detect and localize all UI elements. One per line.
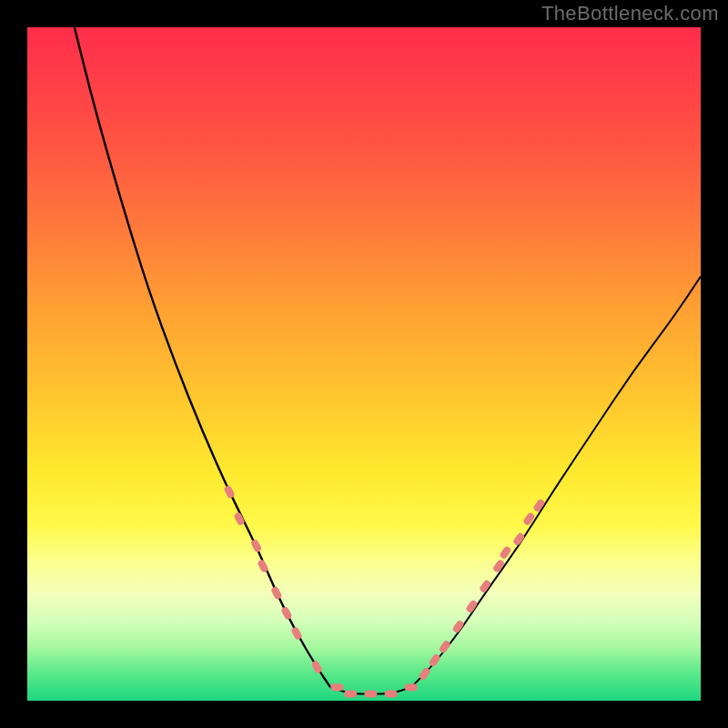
curve-layer xyxy=(27,27,701,701)
data-marker xyxy=(270,586,283,601)
marker-group xyxy=(223,485,546,698)
data-marker xyxy=(439,640,452,654)
data-marker xyxy=(364,691,377,698)
data-marker xyxy=(330,683,343,691)
plot-area xyxy=(27,27,701,701)
curve-left xyxy=(75,27,330,687)
data-marker xyxy=(250,539,263,553)
data-marker xyxy=(280,606,293,621)
data-marker xyxy=(428,653,441,668)
data-marker xyxy=(492,559,506,573)
data-marker xyxy=(385,691,398,698)
watermark-label: TheBottleneck.com xyxy=(541,2,719,25)
data-marker xyxy=(223,485,236,500)
data-marker xyxy=(344,691,357,698)
data-marker xyxy=(405,683,418,691)
data-marker xyxy=(522,511,536,526)
chart-frame: TheBottleneck.com xyxy=(0,0,728,728)
